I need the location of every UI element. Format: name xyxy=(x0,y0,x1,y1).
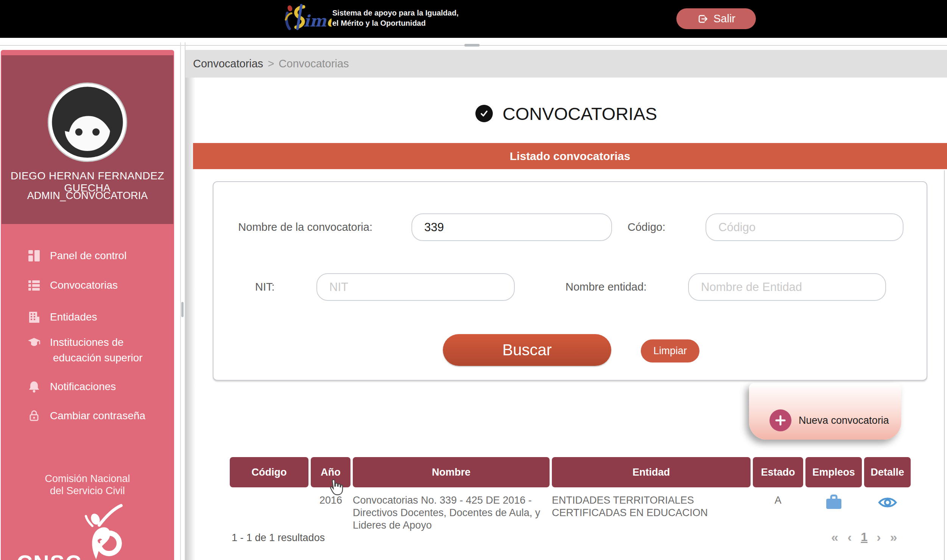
cell-detalle xyxy=(864,492,911,532)
logout-icon xyxy=(697,13,709,25)
column-header-entidad[interactable]: Entidad xyxy=(552,457,751,487)
column-header-nombre[interactable]: Nombre xyxy=(353,457,550,487)
table-header-row: Código Año Nombre Entidad Estado Empleos… xyxy=(230,457,911,487)
pagination-last[interactable]: » xyxy=(890,530,897,544)
column-header-detalle[interactable]: Detalle xyxy=(864,457,911,487)
sidebar-item-label: Cambiar contraseña xyxy=(50,410,145,422)
column-header-estado[interactable]: Estado xyxy=(753,457,803,487)
sidebar-item-panel-de-control[interactable]: Panel de control xyxy=(1,247,174,264)
cell-estado: A xyxy=(753,492,803,532)
sidebar-item-convocatorias[interactable]: Convocatorias xyxy=(1,277,174,294)
user-role: ADMIN_CONVOCATORIA xyxy=(2,190,173,202)
column-header-codigo[interactable]: Código xyxy=(230,457,308,487)
panel-divider-line xyxy=(180,42,181,560)
nombre-convocatoria-input[interactable] xyxy=(411,213,612,241)
sidebar-item-label: Instituciones de educación superior xyxy=(50,334,143,366)
codigo-input[interactable] xyxy=(706,213,903,241)
page-title-row: CONVOCATORIAS xyxy=(185,98,947,129)
salir-label: Salir xyxy=(713,12,735,25)
nombre-entidad-input[interactable] xyxy=(688,273,886,301)
limpiar-button[interactable]: Limpiar xyxy=(641,339,699,362)
dashboard-icon xyxy=(27,249,41,263)
salir-button[interactable]: Salir xyxy=(676,8,756,29)
org-name-line1: Comisión Nacional xyxy=(1,473,174,485)
breadcrumb: Convocatorias > Convocatorias xyxy=(185,50,947,78)
cell-empleos xyxy=(805,492,862,532)
sidebar-item-label: Entidades xyxy=(50,311,97,323)
codigo-label: Código: xyxy=(628,221,665,233)
simo-logo-icon: imo xyxy=(282,2,332,36)
nit-input[interactable] xyxy=(316,273,515,301)
sidebar-item-instituciones[interactable]: Instituciones de educación superior xyxy=(1,334,174,369)
pagination-prev[interactable]: ‹ xyxy=(847,530,852,544)
breadcrumb-separator: > xyxy=(268,58,274,70)
cell-codigo xyxy=(230,492,308,532)
nueva-convocatoria-label: Nueva convocatoria xyxy=(799,415,889,426)
check-circle-icon xyxy=(475,105,493,122)
cnsc-acronym: CNSC xyxy=(17,550,82,560)
sidebar-item-notificaciones[interactable]: Notificaciones xyxy=(1,378,174,395)
horizontal-scrollbar-thumb[interactable] xyxy=(464,44,480,47)
list-icon xyxy=(27,278,41,292)
svg-text:imo: imo xyxy=(304,12,332,30)
breadcrumb-current: Convocatorias xyxy=(279,58,349,70)
org-name-line2: del Servicio Civil xyxy=(1,485,174,497)
sidebar: DIEGO HERNAN FERNANDEZ GUECHA ADMIN_CONV… xyxy=(1,50,174,560)
plus-icon xyxy=(769,409,791,431)
pagination: « ‹ 1 › » xyxy=(831,530,909,544)
pagination-first[interactable]: « xyxy=(831,530,838,544)
sidebar-item-cambiar-contrasena[interactable]: Cambiar contraseña xyxy=(1,407,174,425)
nit-label: NIT: xyxy=(255,281,275,293)
building-icon xyxy=(27,310,41,324)
cell-nombre: Convocatorias No. 339 - 425 DE 2016 - Di… xyxy=(353,492,550,532)
panel-header: Listado convocatorias xyxy=(193,143,947,169)
sidebar-item-label: Notificaciones xyxy=(50,381,116,393)
breadcrumb-root-link[interactable]: Convocatorias xyxy=(193,58,263,70)
column-header-empleos[interactable]: Empleos xyxy=(805,457,862,487)
search-form-panel: Nombre de la convocatoria: Código: NIT: … xyxy=(213,181,927,381)
cnsc-logo-icon xyxy=(76,499,124,560)
column-header-ano[interactable]: Año xyxy=(311,457,350,487)
graduation-cap-icon xyxy=(27,336,41,350)
briefcase-icon[interactable] xyxy=(825,494,843,532)
sidebar-item-label: Convocatorias xyxy=(50,279,118,291)
lock-icon xyxy=(27,409,41,423)
nombre-entidad-label: Nombre entidad: xyxy=(565,281,646,293)
app-tagline: Sistema de apoyo para la Igualdad, el Mé… xyxy=(332,8,458,28)
panel-title: Listado convocatorias xyxy=(510,150,630,163)
sidebar-scrollbar-thumb[interactable] xyxy=(181,302,184,317)
content-right-border xyxy=(944,170,945,560)
sidebar-item-entidades[interactable]: Entidades xyxy=(1,308,174,326)
results-summary: 1 - 1 de 1 resultados xyxy=(232,532,325,544)
page-title: CONVOCATORIAS xyxy=(503,103,657,124)
avatar xyxy=(48,82,127,162)
pagination-next[interactable]: › xyxy=(877,530,881,544)
nueva-convocatoria-button[interactable]: Nueva convocatoria xyxy=(749,383,901,440)
pagination-page-1[interactable]: 1 xyxy=(861,530,868,544)
cell-ano: 2016 xyxy=(311,492,350,532)
buscar-button[interactable]: Buscar xyxy=(443,334,611,366)
bell-icon xyxy=(27,380,41,394)
user-panel: DIEGO HERNAN FERNANDEZ GUECHA ADMIN_CONV… xyxy=(2,55,173,224)
cell-entidad: ENTIDADES TERRITORIALES CERTIFICADAS EN … xyxy=(552,492,751,532)
nombre-convocatoria-label: Nombre de la convocatoria: xyxy=(236,221,372,233)
sidebar-item-label: Panel de control xyxy=(50,250,126,262)
top-bar: imo Sistema de apoyo para la Igualdad, e… xyxy=(0,0,947,38)
eye-icon[interactable] xyxy=(878,496,897,532)
table-row: 2016 Convocatorias No. 339 - 425 DE 2016… xyxy=(230,492,911,532)
